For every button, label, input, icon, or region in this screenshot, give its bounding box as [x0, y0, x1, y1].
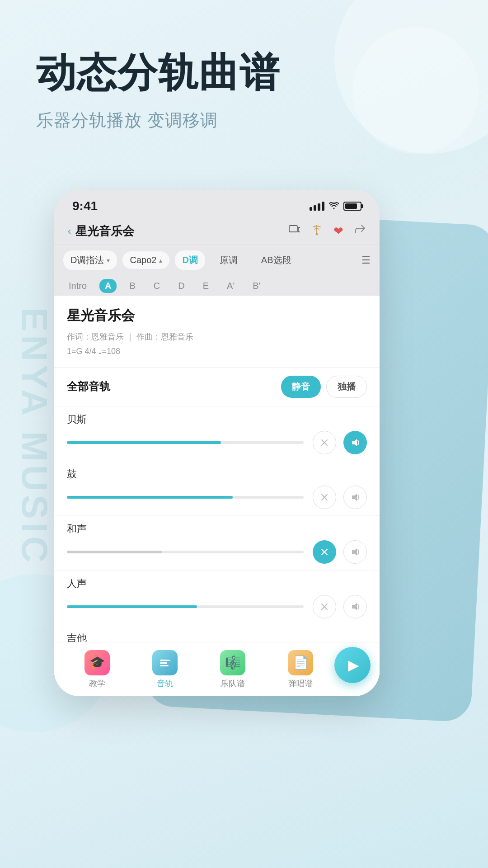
original-key-button[interactable]: 原调 — [211, 250, 247, 270]
nav-bar: ‹ 星光音乐会 ❤ — [54, 218, 380, 245]
track-mute-drum[interactable] — [313, 486, 336, 509]
section-a[interactable]: A — [99, 279, 117, 293]
section-d[interactable]: D — [173, 279, 190, 293]
back-button[interactable]: ‹ — [68, 226, 71, 237]
track-bar-wrap-vocal[interactable] — [67, 605, 304, 608]
tab-icon-chord: 📄 — [288, 650, 313, 675]
lyricist-value: 恩雅音乐 — [91, 332, 124, 341]
track-volume-drum[interactable] — [343, 486, 367, 509]
key-time-value: 1=G 4/4 — [67, 347, 96, 356]
hero-subtitle: 乐器分轨播放 变调移调 — [36, 109, 452, 132]
play-button[interactable]: ▶ — [334, 647, 371, 683]
track-bar-bass — [67, 441, 221, 444]
track-controls-vocal — [67, 595, 367, 618]
track-action-btns-vocal — [313, 595, 367, 618]
track-bar-wrap-drum[interactable] — [67, 496, 304, 499]
tab-icon-tracks — [152, 650, 178, 675]
track-action-btns-bass — [313, 431, 367, 454]
tab-chord[interactable]: 📄 弹唱谱 — [267, 650, 334, 689]
track-bar-drum — [67, 496, 233, 499]
tab-band-score[interactable]: 🎼 乐队谱 — [199, 650, 267, 689]
tab-label-teaching: 教学 — [89, 678, 105, 689]
signal-icon — [310, 202, 324, 211]
track-bar-wrap-harmony[interactable] — [67, 551, 304, 553]
mute-all-button[interactable]: 静音 — [281, 376, 321, 398]
track-item-harmony: 和声 — [54, 516, 380, 571]
svg-rect-18 — [160, 660, 170, 661]
composer-value: 恩雅音乐 — [161, 332, 193, 341]
track-bar-wrap-bass[interactable] — [67, 441, 304, 444]
status-time: 9:41 — [72, 199, 98, 213]
bpm-value: ♩=108 — [99, 347, 121, 356]
solo-button[interactable]: 独播 — [326, 376, 367, 398]
meta-separator: ｜ — [126, 332, 136, 341]
svg-rect-1 — [298, 227, 300, 232]
section-c[interactable]: C — [148, 279, 165, 293]
tab-icon-teaching: 🎓 — [84, 650, 110, 675]
svg-rect-19 — [160, 662, 167, 664]
section-labels: Intro A B C D E A' B' — [54, 275, 380, 296]
composer-label: 作曲： — [136, 332, 161, 341]
svg-marker-5 — [352, 439, 357, 446]
track-mute-bass[interactable] — [313, 431, 336, 454]
battery-fill — [345, 203, 357, 209]
track-item-vocal: 人声 — [54, 571, 380, 625]
bottom-tab-bar: 🎓 教学 音轨 🎼 乐队谱 📄 弹唱谱 — [54, 642, 380, 696]
track-mute-vocal[interactable] — [313, 595, 336, 618]
section-b2[interactable]: B' — [247, 279, 266, 293]
svg-marker-8 — [352, 494, 357, 501]
phone-container: 9:41 ‹ 星 — [54, 190, 470, 823]
track-name-vocal: 人声 — [67, 577, 367, 590]
status-bar: 9:41 — [54, 190, 380, 218]
hero-title: 动态分轨曲谱 — [36, 50, 452, 95]
section-intro[interactable]: Intro — [63, 279, 92, 293]
track-mute-harmony[interactable] — [313, 540, 336, 564]
track-volume-vocal[interactable] — [343, 595, 367, 618]
track-name-bass: 贝斯 — [67, 413, 367, 426]
tablet-icon[interactable] — [288, 224, 300, 239]
track-controls-drum — [67, 486, 367, 509]
side-text: ENYA MUSIC — [14, 307, 55, 566]
key-method-button[interactable]: D调指法 ▾ — [63, 250, 117, 270]
menu-icon[interactable]: ☰ — [361, 255, 371, 266]
share-icon[interactable] — [354, 224, 366, 239]
tab-tracks[interactable]: 音轨 — [131, 650, 199, 689]
track-action-btns-harmony — [313, 540, 367, 564]
lyricist-label: 作词： — [67, 332, 91, 341]
tab-label-tracks: 音轨 — [157, 678, 173, 689]
track-ctrl-btns: 静音 独播 — [281, 376, 367, 398]
phone-card: 9:41 ‹ 星 — [54, 190, 380, 696]
tuner-icon[interactable] — [311, 224, 323, 239]
svg-point-2 — [316, 233, 318, 236]
capo-button[interactable]: Capo2 ▴ — [122, 251, 169, 269]
tab-label-band-score: 乐队谱 — [221, 678, 245, 689]
controls-bar: D调指法 ▾ Capo2 ▴ D调 原调 AB选段 ☰ — [54, 245, 380, 275]
heart-icon[interactable]: ❤ — [333, 224, 343, 238]
wifi-icon — [329, 201, 339, 212]
tracks-panel: 全部音轨 静音 独播 贝斯 — [54, 368, 380, 680]
svg-marker-11 — [352, 548, 357, 556]
tracks-title: 全部音轨 — [67, 379, 110, 394]
tab-teaching[interactable]: 🎓 教学 — [63, 650, 131, 689]
nav-icons: ❤ — [288, 224, 366, 239]
ab-select-button[interactable]: AB选段 — [252, 250, 300, 270]
key-label-button[interactable]: D调 — [175, 250, 205, 270]
track-name-harmony: 和声 — [67, 522, 367, 536]
tab-icon-band-score: 🎼 — [220, 650, 245, 675]
track-controls-bass — [67, 431, 367, 454]
status-icons — [310, 201, 361, 212]
track-volume-harmony[interactable] — [343, 540, 367, 564]
svg-marker-14 — [352, 603, 357, 610]
play-icon: ▶ — [348, 656, 359, 674]
svg-rect-20 — [160, 665, 169, 666]
section-a2[interactable]: A' — [221, 279, 240, 293]
track-controls-harmony — [67, 540, 367, 564]
tab-label-chord: 弹唱谱 — [288, 678, 313, 689]
battery-icon — [343, 202, 361, 211]
track-volume-bass[interactable] — [343, 431, 367, 454]
track-bar-harmony — [67, 551, 162, 553]
section-e[interactable]: E — [197, 279, 214, 293]
song-title: 星光音乐会 — [67, 307, 367, 325]
song-info: 星光音乐会 作词：恩雅音乐 ｜ 作曲：恩雅音乐 1=G 4/4 ♩=108 — [54, 296, 380, 368]
section-b[interactable]: B — [124, 279, 141, 293]
